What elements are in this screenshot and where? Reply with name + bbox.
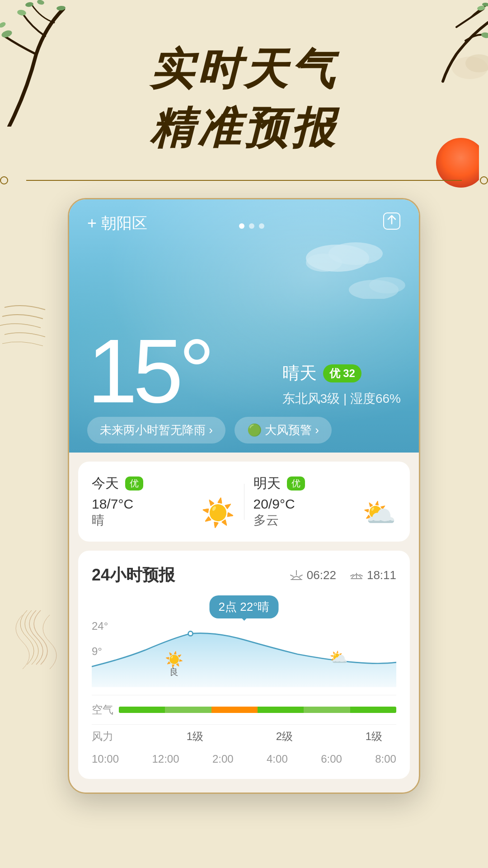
wind-level-3 bbox=[217, 729, 262, 744]
svg-point-14 bbox=[306, 254, 342, 272]
wind-alert-text: 🟢 大风预警 › bbox=[247, 422, 319, 438]
app-card: + 朝阳区 15° 晴天 bbox=[68, 198, 420, 794]
today-forecast: 今天 优 18/7°C 晴 ☀️ bbox=[92, 474, 235, 529]
bottom-info: 空气 风力 1级 2 bbox=[92, 695, 396, 748]
time-3: 2:00 bbox=[212, 753, 234, 765]
alert-buttons: 未来两小时暂无降雨 › 🟢 大风预警 › bbox=[87, 417, 332, 443]
temperature-section: 15° bbox=[87, 326, 210, 416]
weather-header: + 朝阳区 15° 晴天 bbox=[69, 199, 419, 453]
svg-point-19 bbox=[189, 632, 192, 635]
hero-title-line1: 实时天气 bbox=[150, 41, 338, 99]
weather-condition-row: 晴天 优 32 bbox=[282, 362, 401, 385]
today-weather: 晴 bbox=[92, 512, 133, 529]
air-seg-2 bbox=[165, 707, 211, 713]
add-icon[interactable]: + bbox=[87, 214, 97, 233]
today-label: 今天 bbox=[92, 474, 119, 493]
dot-2 bbox=[249, 223, 254, 229]
divider bbox=[0, 172, 488, 189]
air-quality-row: 空气 bbox=[92, 695, 396, 724]
temp-label-low: 9° bbox=[92, 645, 102, 658]
air-seg-3 bbox=[211, 707, 258, 713]
svg-text:☀️: ☀️ bbox=[165, 651, 183, 669]
svg-text:⛅: ⛅ bbox=[329, 648, 348, 666]
rain-alert-button[interactable]: 未来两小时暂无降雨 › bbox=[87, 417, 225, 443]
wind-level-1 bbox=[128, 729, 173, 744]
chart-svg: ☀️ ⛅ 良 bbox=[92, 618, 396, 690]
temp-label-high: 24° bbox=[92, 620, 108, 632]
current-temperature: 15° bbox=[87, 326, 210, 416]
chart-tooltip: 2点 22°晴 bbox=[209, 595, 278, 618]
wind-row: 风力 1级 2级 1级 bbox=[92, 724, 396, 748]
wind-level-2: 1级 bbox=[173, 729, 217, 744]
wind-alert-button[interactable]: 🟢 大风预警 › bbox=[235, 417, 332, 443]
tomorrow-forecast: 明天 优 20/9°C 多云 ⛅ bbox=[253, 474, 397, 529]
air-seg-6 bbox=[350, 707, 396, 713]
hourly-header: 24小时预报 06:22 18:11 bbox=[92, 564, 396, 586]
card-bottom-pad bbox=[69, 779, 419, 793]
svg-point-16 bbox=[369, 277, 405, 293]
divider-circle-right bbox=[480, 176, 488, 184]
dot-1 bbox=[239, 223, 244, 229]
sun-info: 06:22 18:11 bbox=[290, 568, 396, 582]
rain-alert-text: 未来两小时暂无降雨 › bbox=[100, 422, 213, 438]
aqi-badge: 优 32 bbox=[323, 364, 361, 382]
time-axis: 10:00 12:00 2:00 4:00 6:00 8:00 bbox=[92, 753, 396, 765]
share-button[interactable] bbox=[383, 212, 401, 234]
dots-indicator bbox=[239, 223, 264, 229]
tomorrow-aqi: 优 bbox=[287, 476, 305, 491]
air-quality-bar bbox=[119, 707, 396, 713]
sunset-time: 18:11 bbox=[367, 568, 396, 582]
sunrise-info: 06:22 bbox=[290, 568, 336, 582]
daily-forecast: 今天 优 18/7°C 晴 ☀️ 明天 优 20/9°C 多云 bbox=[78, 462, 410, 542]
location-name: 朝阳区 bbox=[101, 213, 147, 234]
wind-level-5 bbox=[307, 729, 352, 744]
air-seg-1 bbox=[119, 707, 165, 713]
tomorrow-label: 明天 bbox=[253, 474, 281, 493]
sunrise-time: 06:22 bbox=[307, 568, 336, 582]
weather-top-bar: + 朝阳区 bbox=[69, 199, 419, 234]
time-5: 6:00 bbox=[321, 753, 342, 765]
today-temp: 18/7°C bbox=[92, 496, 133, 512]
tomorrow-weather: 多云 bbox=[253, 512, 295, 529]
sunset-info: 18:11 bbox=[350, 568, 396, 582]
tomorrow-cloud-icon: ⛅ bbox=[362, 497, 396, 529]
weather-info: 晴天 优 32 东北风3级 | 湿度66% bbox=[282, 362, 401, 407]
temperature-chart: 2点 22°晴 ☀️ ⛅ bbox=[92, 595, 396, 695]
location-header[interactable]: + 朝阳区 bbox=[87, 213, 147, 234]
air-seg-4 bbox=[258, 707, 304, 713]
time-1: 10:00 bbox=[92, 753, 119, 765]
condition-text: 晴天 bbox=[282, 362, 317, 385]
today-sun-icon: ☀️ bbox=[201, 497, 235, 529]
air-seg-5 bbox=[304, 707, 350, 713]
divider-circle-left bbox=[0, 176, 8, 184]
tomorrow-temp: 20/9°C bbox=[253, 496, 295, 512]
hourly-title: 24小时预报 bbox=[92, 564, 175, 586]
hourly-forecast-section: 24小时预报 06:22 18:11 bbox=[78, 551, 410, 779]
forecast-divider bbox=[244, 484, 244, 520]
wind-label: 风力 bbox=[92, 729, 119, 744]
hero-title-line2: 精准预报 bbox=[150, 99, 338, 158]
wind-level-6: 1级 bbox=[352, 729, 396, 744]
time-6: 8:00 bbox=[375, 753, 396, 765]
divider-line bbox=[26, 180, 462, 181]
sunrise-icon bbox=[290, 570, 303, 581]
today-aqi: 优 bbox=[125, 476, 143, 491]
wind-level-4: 2级 bbox=[262, 729, 307, 744]
air-label: 空气 bbox=[92, 703, 119, 717]
time-2: 12:00 bbox=[152, 753, 179, 765]
time-4: 4:00 bbox=[267, 753, 288, 765]
hero-section: 实时天气 精准预报 bbox=[0, 0, 488, 172]
sunset-icon bbox=[350, 570, 363, 581]
dot-3 bbox=[259, 223, 264, 229]
weather-detail: 东北风3级 | 湿度66% bbox=[282, 390, 401, 407]
svg-text:良: 良 bbox=[169, 667, 178, 677]
